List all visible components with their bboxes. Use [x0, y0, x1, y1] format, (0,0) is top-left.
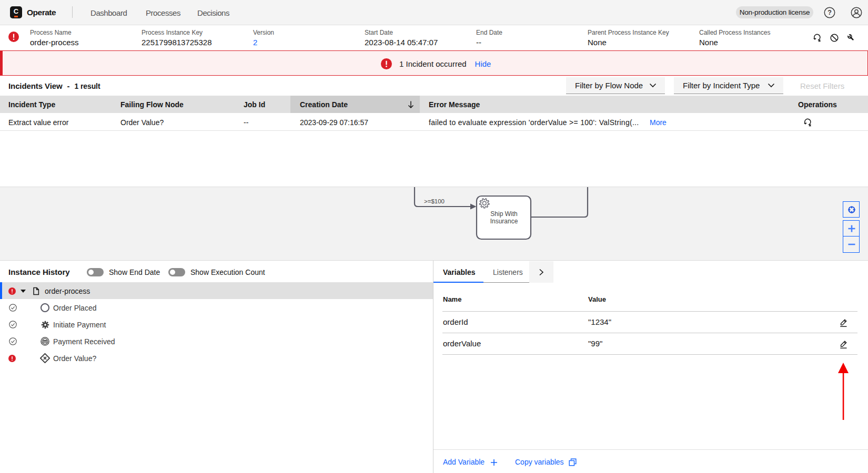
- svg-text:?: ?: [827, 9, 832, 16]
- svg-text:>=$100: >=$100: [424, 198, 445, 204]
- svg-text:Ship With: Ship With: [490, 210, 517, 218]
- svg-text:Insurance: Insurance: [490, 218, 518, 225]
